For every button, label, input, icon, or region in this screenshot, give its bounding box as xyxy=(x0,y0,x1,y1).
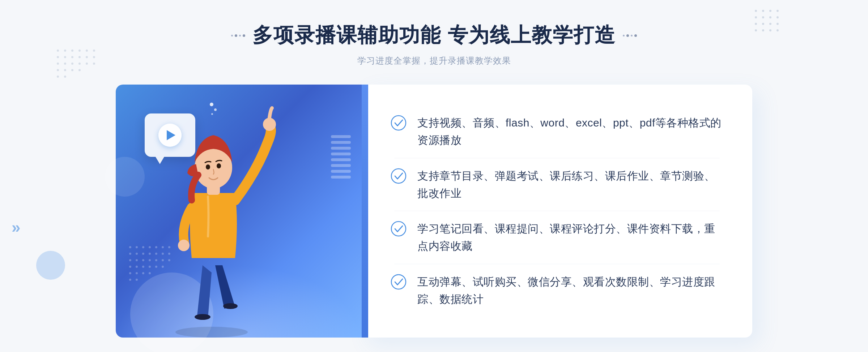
medium-circle-decoration xyxy=(105,157,145,197)
svg-point-37 xyxy=(78,69,81,71)
page-container: // Will be rendered via inline SVG below xyxy=(0,0,868,352)
svg-point-56 xyxy=(142,259,144,261)
svg-point-47 xyxy=(129,253,131,255)
check-icon-1 xyxy=(391,115,407,131)
svg-point-38 xyxy=(57,76,59,78)
feature-item-3: 学习笔记回看、课程提问、课程评论打分、课件资料下载，重点内容收藏 xyxy=(391,213,723,262)
header-section: 多项录播课辅助功能 专为线上教学打造 学习进度全掌握，提升录播课教学效果 xyxy=(231,22,637,66)
svg-point-22 xyxy=(57,56,59,58)
svg-point-76 xyxy=(263,118,276,131)
svg-point-35 xyxy=(64,69,66,71)
feature-text-1: 支持视频、音频、flash、word、excel、ppt、pdf等各种格式的资源… xyxy=(417,114,723,149)
header-decorators: 多项录播课辅助功能 专为线上教学打造 xyxy=(231,22,637,49)
svg-point-7 xyxy=(776,16,779,18)
svg-point-27 xyxy=(93,56,95,58)
illustration-area xyxy=(116,85,362,338)
feature-text-2: 支持章节目录、弹题考试、课后练习、课后作业、章节测验、批改作业 xyxy=(417,167,723,202)
feature-text-3: 学习笔记回看、课程提问、课程评论打分、课件资料下载，重点内容收藏 xyxy=(417,220,723,255)
svg-point-24 xyxy=(71,56,73,58)
svg-point-25 xyxy=(78,56,81,58)
decorator-dot-large xyxy=(235,34,237,37)
svg-point-28 xyxy=(57,63,59,65)
svg-point-5 xyxy=(762,16,764,18)
svg-point-74 xyxy=(195,314,210,320)
svg-point-49 xyxy=(142,253,144,255)
content-wrapper: 支持视频、音频、flash、word、excel、ppt、pdf等各种格式的资源… xyxy=(116,85,752,338)
svg-point-31 xyxy=(78,63,81,65)
svg-point-77 xyxy=(178,240,190,251)
person-illustration xyxy=(145,106,282,338)
feature-item-1: 支持视频、音频、flash、word、excel、ppt、pdf等各种格式的资源… xyxy=(391,107,723,156)
svg-point-80 xyxy=(206,164,210,169)
decorator-dot-large xyxy=(634,34,637,37)
divider-1 xyxy=(394,158,720,158)
svg-point-42 xyxy=(142,246,144,248)
svg-point-26 xyxy=(86,56,88,58)
svg-point-16 xyxy=(57,50,59,52)
svg-point-39 xyxy=(64,76,66,78)
svg-point-8 xyxy=(755,23,757,25)
svg-point-84 xyxy=(391,222,406,236)
content-panel: 支持视频、音频、flash、word、excel、ppt、pdf等各种格式的资源… xyxy=(362,85,752,338)
svg-point-30 xyxy=(71,63,73,65)
svg-point-17 xyxy=(64,50,66,52)
svg-point-32 xyxy=(86,63,88,65)
feature-text-4: 互动弹幕、试听购买、微信分享、观看次数限制、学习进度跟踪、数据统计 xyxy=(417,273,723,308)
svg-point-82 xyxy=(391,116,406,130)
svg-point-11 xyxy=(776,23,779,25)
decorator-dot xyxy=(623,35,625,37)
svg-point-36 xyxy=(71,69,73,71)
svg-point-12 xyxy=(755,29,757,31)
divider-2 xyxy=(394,211,720,211)
svg-point-3 xyxy=(776,10,779,12)
main-title: 多项录播课辅助功能 专为线上教学打造 xyxy=(252,22,616,49)
svg-point-81 xyxy=(217,163,221,168)
feature-item-4: 互动弹幕、试听购买、微信分享、观看次数限制、学习进度跟踪、数据统计 xyxy=(391,266,723,315)
svg-point-48 xyxy=(136,253,138,255)
svg-point-14 xyxy=(769,29,771,31)
svg-point-10 xyxy=(769,23,771,25)
svg-point-23 xyxy=(64,56,66,58)
check-icon-4 xyxy=(391,274,407,290)
svg-point-19 xyxy=(78,50,81,52)
feature-item-2: 支持章节目录、弹题考试、课后练习、课后作业、章节测验、批改作业 xyxy=(391,160,723,209)
blue-circle-decoration xyxy=(36,251,65,280)
svg-point-4 xyxy=(755,16,757,18)
divider-3 xyxy=(394,264,720,264)
top-right-dots xyxy=(752,7,796,36)
decorator-dot xyxy=(631,35,633,37)
decorator-dot xyxy=(239,35,241,37)
left-decorator xyxy=(231,34,245,37)
blue-bar-separator xyxy=(362,85,368,338)
svg-point-18 xyxy=(71,50,73,52)
svg-point-15 xyxy=(776,29,779,31)
svg-point-83 xyxy=(391,169,406,183)
decorator-dot-large xyxy=(243,34,245,37)
svg-point-73 xyxy=(175,327,248,338)
svg-point-54 xyxy=(129,259,131,261)
svg-point-9 xyxy=(762,23,764,25)
svg-point-2 xyxy=(769,10,771,12)
svg-point-1 xyxy=(762,10,764,12)
svg-point-40 xyxy=(129,246,131,248)
svg-point-21 xyxy=(93,50,95,52)
decorator-dot xyxy=(231,35,233,37)
svg-point-33 xyxy=(93,63,95,65)
svg-point-75 xyxy=(223,303,238,309)
svg-point-85 xyxy=(391,275,406,289)
svg-point-41 xyxy=(136,246,138,248)
check-icon-3 xyxy=(391,221,407,237)
svg-point-20 xyxy=(86,50,88,52)
check-icon-2 xyxy=(391,168,407,184)
left-chevron-icon: » xyxy=(12,218,20,236)
svg-point-6 xyxy=(769,16,771,18)
svg-point-13 xyxy=(762,29,764,31)
vertical-stripes-decoration xyxy=(331,135,351,182)
right-decorator xyxy=(623,34,637,37)
svg-point-34 xyxy=(57,69,59,71)
svg-point-0 xyxy=(755,10,757,12)
decorator-dot-large xyxy=(626,34,629,37)
svg-point-55 xyxy=(136,259,138,261)
svg-point-29 xyxy=(64,63,66,65)
subtitle: 学习进度全掌握，提升录播课教学效果 xyxy=(231,55,637,66)
